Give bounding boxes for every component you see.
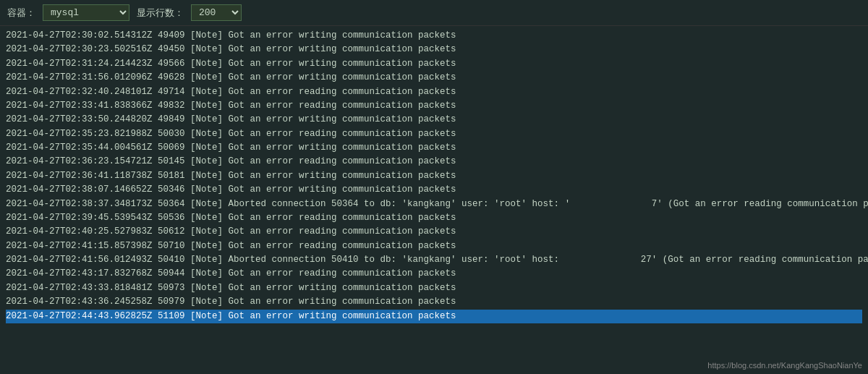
log-line: 2021-04-27T02:33:50.244820Z 49849 [Note]… (6, 113, 862, 127)
log-line: 2021-04-27T02:31:24.214423Z 49566 [Note]… (6, 57, 862, 71)
log-line: 2021-04-27T02:40:25.527983Z 50612 [Note]… (6, 225, 862, 239)
log-container: 2021-04-27T02:30:02.514312Z 49409 [Note]… (0, 26, 868, 374)
rows-select[interactable]: 501002005001000 (191, 4, 242, 21)
log-line: 2021-04-27T02:31:56.012096Z 49628 [Note]… (6, 71, 862, 85)
toolbar: 容器： mysqlnginxredismongo 显示行数： 501002005… (0, 0, 868, 26)
log-line: 2021-04-27T02:43:33.818481Z 50973 [Note]… (6, 281, 862, 295)
log-line: 2021-04-27T02:30:02.514312Z 49409 [Note]… (6, 29, 862, 43)
log-line: 2021-04-27T02:30:23.502516Z 49450 [Note]… (6, 43, 862, 56)
log-line: 2021-04-27T02:38:37.348173Z 50364 [Note]… (6, 197, 862, 211)
log-line: 2021-04-27T02:44:43.962825Z 51109 [Note]… (6, 310, 862, 323)
log-line: 2021-04-27T02:41:56.012493Z 50410 [Note]… (6, 253, 862, 267)
log-line: 2021-04-27T02:35:44.004561Z 50069 [Note]… (6, 141, 862, 155)
log-line: 2021-04-27T02:33:41.838366Z 49832 [Note]… (6, 99, 862, 113)
watermark: https://blog.csdn.net/KangKangShaoNianYe (707, 361, 862, 370)
rows-label: 显示行数： (137, 7, 184, 20)
log-line: 2021-04-27T02:35:23.821988Z 50030 [Note]… (6, 127, 862, 141)
log-line: 2021-04-27T02:36:41.118738Z 50181 [Note]… (6, 169, 862, 183)
log-line: 2021-04-27T02:32:40.248101Z 49714 [Note]… (6, 85, 862, 99)
log-line: 2021-04-27T02:41:15.857398Z 50710 [Note]… (6, 239, 862, 253)
log-line: 2021-04-27T02:36:23.154721Z 50145 [Note]… (6, 155, 862, 169)
log-line: 2021-04-27T02:39:45.539543Z 50536 [Note]… (6, 211, 862, 225)
log-line: 2021-04-27T02:43:17.832768Z 50944 [Note]… (6, 267, 862, 281)
log-line: 2021-04-27T02:43:36.245258Z 50979 [Note]… (6, 295, 862, 309)
container-select[interactable]: mysqlnginxredismongo (43, 4, 129, 21)
container-label: 容器： (7, 7, 35, 20)
log-line: 2021-04-27T02:38:07.146652Z 50346 [Note]… (6, 183, 862, 197)
